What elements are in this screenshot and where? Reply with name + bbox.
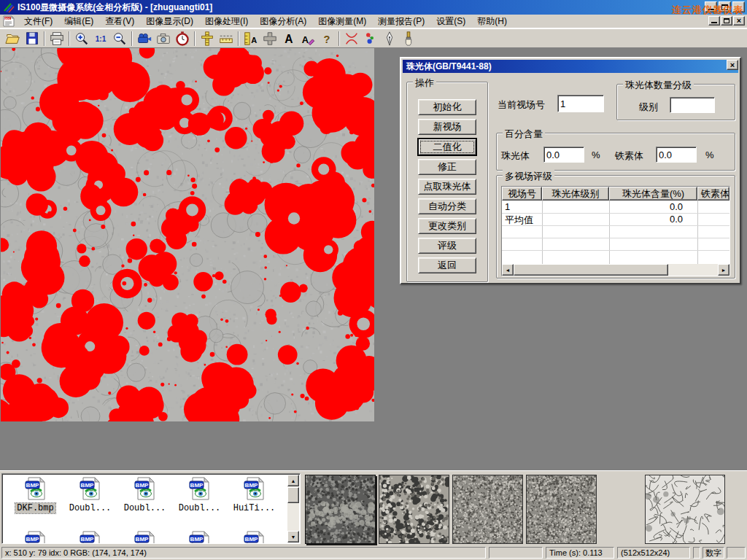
file-name[interactable]: Doubl... (123, 503, 168, 513)
open-file-button[interactable] (4, 30, 23, 47)
curve-tool-button[interactable] (342, 30, 361, 47)
close-button[interactable]: × (732, 1, 745, 12)
mdi-minimize-button[interactable] (708, 16, 720, 26)
file-item[interactable]: BMP Doubl... (117, 477, 172, 513)
file-item[interactable]: BMP (8, 531, 63, 544)
operation-group: 操作 初始化 新视场 二值化 修正 点取珠光体 自动分类 更改类别 评级 返回 (406, 82, 488, 282)
level-input[interactable] (670, 97, 715, 113)
thumbnail-2[interactable] (379, 475, 449, 544)
current-field-label: 当前视场号 (498, 98, 545, 112)
timer-button[interactable] (173, 30, 192, 47)
init-button[interactable]: 初始化 (418, 99, 476, 115)
text-label-button[interactable]: A (279, 30, 298, 47)
menu-image-analysis[interactable]: 图像分析(A) (254, 14, 312, 29)
status-panel-empty (727, 547, 746, 559)
print-button[interactable] (47, 30, 66, 47)
col-pearlite-level[interactable]: 珠光体级别 (542, 187, 609, 201)
col-field-number[interactable]: 视场号 (502, 187, 542, 201)
scroll-right-icon: ► (721, 268, 727, 273)
file-item[interactable]: BMP (63, 531, 117, 544)
scroll-up-button[interactable]: ▲ (287, 475, 299, 486)
bmp-file-icon: BMP (188, 531, 212, 544)
file-name[interactable]: Doubl... (68, 503, 113, 513)
file-name[interactable]: DKF.bmp (15, 503, 55, 513)
file-item[interactable]: BMP Doubl... (63, 477, 117, 513)
level-label: 级别 (639, 101, 658, 114)
pen-nib-icon (382, 31, 398, 47)
caliper-measure-button[interactable] (198, 30, 217, 47)
file-item[interactable]: BMP (117, 531, 172, 544)
new-field-button[interactable]: 新视场 (418, 119, 476, 135)
save-file-button[interactable] (23, 30, 42, 47)
snapshot-button[interactable] (154, 30, 173, 47)
rate-button[interactable]: 评级 (418, 238, 476, 254)
menu-image-display[interactable]: 图像显示(D) (140, 14, 199, 29)
ferrite-percent-input[interactable] (656, 147, 697, 163)
current-field-input[interactable] (557, 95, 604, 112)
dialog-title-bar[interactable]: 珠光体(GB/T9441-88) (403, 60, 738, 73)
open-folder-icon (5, 31, 21, 47)
menu-image-measure[interactable]: 图像测量(M) (312, 14, 372, 29)
table-hscrollbar[interactable]: ◄ ► (502, 264, 729, 276)
menu-image-process[interactable]: 图像处理(I) (199, 14, 254, 29)
file-item[interactable]: BMP HuiTi... (227, 477, 282, 513)
help-button[interactable]: ? (317, 30, 336, 47)
correct-button[interactable]: 修正 (418, 159, 476, 175)
col-pearlite-content[interactable]: 珠光体含量(%) (609, 187, 697, 201)
return-button[interactable]: 返回 (418, 257, 476, 273)
video-capture-button[interactable] (135, 30, 154, 47)
scrollbar-thumb[interactable] (287, 487, 299, 503)
row1-field: 1 (505, 201, 510, 212)
cursor-position-status: x: 510 y: 79 idx: 0 RGB: (174, 174, 174) (1, 547, 486, 559)
grading-group: 珠光体数量分级 级别 (616, 84, 735, 120)
file-item[interactable]: BMP DKF.bmp (8, 477, 63, 513)
ruler-measure-button[interactable] (217, 30, 236, 47)
thumbnail-3[interactable] (452, 475, 523, 544)
scroll-down-button[interactable]: ▼ (287, 531, 299, 542)
col-ferrite-content[interactable]: 铁素体含量(%) (697, 187, 729, 201)
maximize-button[interactable] (719, 1, 731, 12)
binarize-button[interactable]: 二值化 (418, 139, 476, 155)
mdi-restore-button[interactable] (721, 16, 732, 26)
dialog-close-button[interactable]: × (727, 60, 738, 70)
thumbnail-1[interactable] (305, 475, 376, 544)
draw-pen-button[interactable] (380, 30, 399, 47)
minimize-button[interactable] (705, 1, 717, 12)
pick-pearlite-button[interactable]: 点取珠光体 (418, 179, 476, 195)
menu-file[interactable]: 文件(F) (18, 14, 58, 29)
zoom-out-button[interactable] (110, 30, 129, 47)
change-class-button[interactable]: 更改类别 (418, 218, 476, 234)
thumbnail-4[interactable] (526, 475, 597, 544)
file-item[interactable]: BMP (227, 531, 282, 544)
svg-text:A: A (285, 33, 293, 45)
mdi-close-button[interactable]: × (733, 16, 745, 26)
merge-grid-button[interactable] (260, 30, 279, 47)
svg-text:1:1: 1:1 (96, 34, 107, 42)
question-icon: ? (319, 31, 335, 47)
scroll-right-button[interactable]: ► (718, 264, 729, 276)
svg-text:A: A (251, 36, 257, 44)
file-list-vscrollbar[interactable]: ▲ ▼ (287, 475, 299, 542)
menu-help[interactable]: 帮助(H) (471, 14, 513, 29)
auto-classify-button[interactable]: 自动分类 (418, 198, 476, 214)
main-image[interactable] (1, 48, 374, 421)
thumbnail-5[interactable] (645, 475, 725, 544)
menu-measure-report[interactable]: 测量报告(P) (372, 14, 430, 29)
scale-calibrate-button[interactable]: A (241, 30, 260, 47)
annotate-button[interactable]: A (298, 30, 317, 47)
menu-edit[interactable]: 编辑(E) (58, 14, 99, 29)
pearlite-percent-input[interactable] (543, 147, 584, 163)
zoom-in-button[interactable] (72, 30, 91, 47)
scroll-left-button[interactable]: ◄ (502, 264, 514, 276)
file-item[interactable]: BMP Doubl... (172, 477, 227, 513)
actual-size-button[interactable]: 1:1 (91, 30, 110, 47)
fill-brush-button[interactable] (399, 30, 418, 47)
file-name[interactable]: Doubl... (177, 503, 222, 513)
file-item[interactable]: BMP (172, 531, 227, 544)
menu-settings[interactable]: 设置(S) (430, 14, 471, 29)
file-name[interactable]: HuiTi... (232, 503, 277, 513)
scrollbar-thumb[interactable] (514, 264, 668, 276)
menu-view[interactable]: 查看(V) (99, 14, 140, 29)
phase-particles-button[interactable] (361, 30, 380, 47)
title-bar: IS100显微摄像系统(金相分析版) - [zhuguangti01] × (0, 0, 747, 15)
